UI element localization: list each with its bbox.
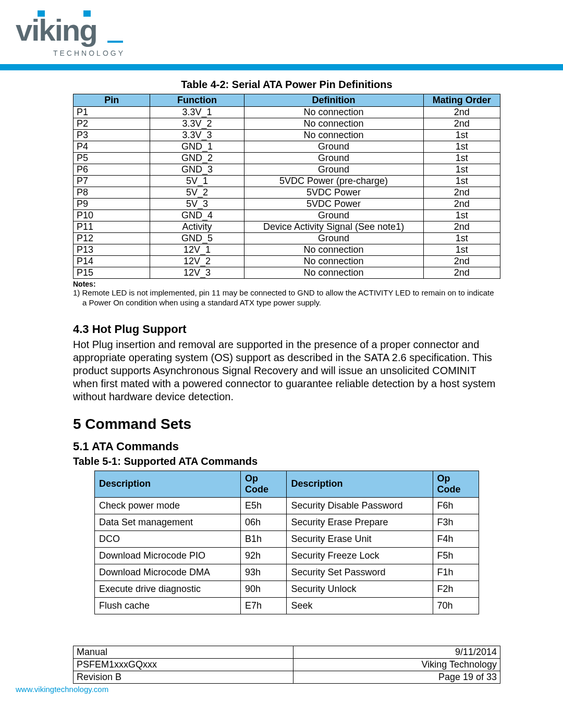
table-row: Data Set management06hSecurity Erase Pre… [95, 514, 479, 530]
column-header: Definition [244, 94, 423, 107]
cell: E7h [241, 597, 287, 614]
cell: P6 [74, 164, 150, 176]
cell: P4 [74, 141, 150, 153]
cell: Check power mode [95, 497, 241, 514]
table-5-1: DescriptionOpCodeDescriptionOpCode Check… [94, 471, 479, 614]
section-4-3-heading: 4.3 Hot Plug Support [73, 323, 500, 336]
cell: Security Disable Password [287, 497, 433, 514]
cell: Security Erase Prepare [287, 514, 433, 530]
cell: 5VDC Power [244, 199, 423, 210]
cell: 5V_1 [150, 176, 244, 187]
table-row: Revision B Page 19 of 33 [74, 671, 500, 683]
cell: P5 [74, 153, 150, 164]
cell: 12V_2 [150, 256, 244, 267]
footer-url: www.vikingtechnology.com [0, 684, 563, 694]
cell: 1st [423, 164, 500, 176]
cell: Seek [287, 597, 433, 614]
cell: GND_2 [150, 153, 244, 164]
cell: GND_4 [150, 210, 244, 221]
table-row: P10GND_4Ground1st [74, 210, 500, 221]
cell: P3 [74, 130, 150, 141]
table-row: DCOB1hSecurity Erase UnitF4h [95, 530, 479, 547]
cell: F1h [433, 564, 479, 581]
cell: 2nd [423, 187, 500, 199]
cell: P7 [74, 176, 150, 187]
cell: GND_1 [150, 141, 244, 153]
cell: Security Set Password [287, 564, 433, 581]
footer-partno: PSFEM1xxxGQxxx [74, 658, 293, 671]
cell: Ground [244, 141, 423, 153]
cell: 1st [423, 210, 500, 221]
cell: F3h [433, 514, 479, 530]
column-header: Description [95, 471, 241, 497]
cell: B1h [241, 530, 287, 547]
column-header: Function [150, 94, 244, 107]
table-row: P75V_15VDC Power (pre-charge)1st [74, 176, 500, 187]
cell: 12V_1 [150, 244, 244, 256]
cell: 3.3V_3 [150, 130, 244, 141]
cell: P11 [74, 221, 150, 233]
cell: No connection [244, 256, 423, 267]
table-row: P1412V_2No connection2nd [74, 256, 500, 267]
table-4-2-caption: Table 4-2: Serial ATA Power Pin Definiti… [73, 79, 500, 91]
header-divider [0, 64, 563, 70]
cell: P2 [74, 118, 150, 130]
cell: F5h [433, 547, 479, 564]
cell: Ground [244, 210, 423, 221]
cell: DCO [95, 530, 241, 547]
cell: 3.3V_1 [150, 107, 244, 118]
page-header: viking TECHNOLOGY [0, 0, 563, 58]
cell: Activity [150, 221, 244, 233]
viking-logo-icon: viking [16, 10, 125, 51]
table-row: Check power modeE5hSecurity Disable Pass… [95, 497, 479, 514]
cell: 1st [423, 153, 500, 164]
column-header: OpCode [241, 471, 287, 497]
footer-date: 9/11/2014 [293, 646, 500, 658]
cell: P1 [74, 107, 150, 118]
chapter-5-heading: 5 Command Sets [73, 416, 500, 433]
cell: GND_5 [150, 233, 244, 244]
footer-revision: Revision B [74, 671, 293, 683]
cell: P8 [74, 187, 150, 199]
cell: P12 [74, 233, 150, 244]
cell: 1st [423, 176, 500, 187]
table-row: P11ActivityDevice Activity Signal (See n… [74, 221, 500, 233]
footer-page: Page 19 of 33 [293, 671, 500, 683]
cell: F2h [433, 581, 479, 597]
table-row: Download Microcode DMA93hSecurity Set Pa… [95, 564, 479, 581]
cell: 2nd [423, 118, 500, 130]
cell: 3.3V_2 [150, 118, 244, 130]
cell: 1st [423, 233, 500, 244]
cell: 90h [241, 581, 287, 597]
cell: Security Unlock [287, 581, 433, 597]
cell: P9 [74, 199, 150, 210]
table-5-1-caption: Table 5-1: Supported ATA Commands [73, 455, 500, 467]
cell: 2nd [423, 107, 500, 118]
table-row: P5GND_2Ground1st [74, 153, 500, 164]
cell: P14 [74, 256, 150, 267]
cell: 2nd [423, 199, 500, 210]
table-row: P23.3V_2No connection2nd [74, 118, 500, 130]
table-row: P13.3V_1No connection2nd [74, 107, 500, 118]
cell: E5h [241, 497, 287, 514]
svg-rect-3 [107, 41, 123, 43]
cell: F6h [433, 497, 479, 514]
table-row: P12GND_5Ground1st [74, 233, 500, 244]
cell: 12V_3 [150, 267, 244, 279]
column-header: Mating Order [423, 94, 500, 107]
column-header: OpCode [433, 471, 479, 497]
cell: Ground [244, 233, 423, 244]
cell: 2nd [423, 267, 500, 279]
cell: P15 [74, 267, 150, 279]
cell: 5VDC Power (pre-charge) [244, 176, 423, 187]
cell: 92h [241, 547, 287, 564]
cell: No connection [244, 130, 423, 141]
footer-company: Viking Technology [293, 658, 500, 671]
table-row: P33.3V_3No connection1st [74, 130, 500, 141]
table-4-2: PinFunctionDefinitionMating Order P13.3V… [73, 94, 500, 279]
page-footer: Manual 9/11/2014 PSFEM1xxxGQxxx Viking T… [0, 646, 563, 684]
cell: 2nd [423, 221, 500, 233]
column-header: Pin [74, 94, 150, 107]
footer-manual: Manual [74, 646, 293, 658]
column-header: Description [287, 471, 433, 497]
